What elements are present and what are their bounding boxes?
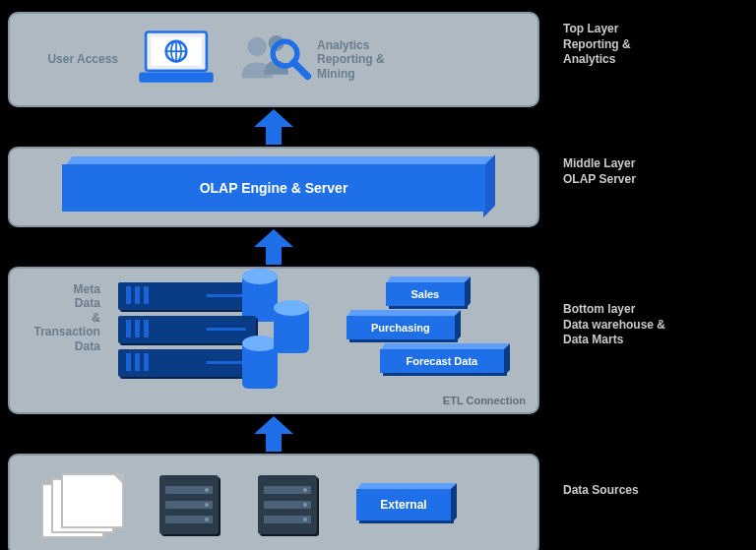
svg-marker-11 — [254, 109, 293, 145]
middle-layer-side-label: Middle Layer OLAP Server — [539, 147, 748, 227]
database-icon — [242, 343, 278, 387]
analytics-label-3: Mining — [317, 67, 396, 81]
olap-label: OLAP Engine & Server — [62, 164, 485, 212]
top-layer-side-label: Top Layer Reporting & Analytics — [539, 12, 748, 107]
svg-marker-12 — [254, 229, 293, 265]
users-magnifier-icon — [234, 28, 303, 92]
svg-marker-13 — [254, 416, 293, 452]
warehouse-server-icon — [118, 282, 256, 377]
database-icon — [274, 308, 309, 351]
database-icon — [242, 276, 278, 320]
arrow-mid-icon — [8, 227, 539, 267]
mart-forecast: Forecast Data — [380, 349, 504, 373]
documents-icon — [41, 473, 120, 536]
etl-connection-label: ETL Connection — [443, 395, 526, 406]
arrow-bot-icon — [8, 414, 539, 454]
svg-point-7 — [247, 37, 266, 56]
bottom-layer-side-label: Bottom layer Data warehouse & Data Marts — [539, 267, 748, 414]
internal-server-icon — [258, 475, 317, 534]
svg-rect-6 — [139, 73, 213, 83]
analytics-label-2: Reporting & — [317, 52, 396, 66]
external-source-block: External — [356, 489, 451, 520]
mart-sales: Sales — [386, 282, 465, 306]
top-layer-panel: User Access — [8, 12, 539, 107]
bottom-layer-panel: Meta Data & Transaction Data Sales Purch… — [8, 267, 539, 414]
arrow-top-icon — [8, 107, 539, 147]
analytics-label-1: Analytics — [317, 38, 396, 52]
user-access-label: User Access — [30, 52, 118, 66]
data-sources-side-label: Data Sources — [539, 454, 748, 550]
svg-line-10 — [293, 62, 307, 76]
middle-layer-panel: OLAP Engine & Server — [8, 147, 539, 227]
internal-server-icon — [159, 475, 219, 534]
olap-server-block: OLAP Engine & Server — [62, 164, 485, 212]
mart-purchasing: Purchasing — [346, 316, 455, 339]
data-sources-panel: External — [8, 454, 539, 550]
data-marts-group: Sales Purchasing Forecast Data — [327, 282, 518, 381]
laptop-icon — [132, 29, 220, 91]
